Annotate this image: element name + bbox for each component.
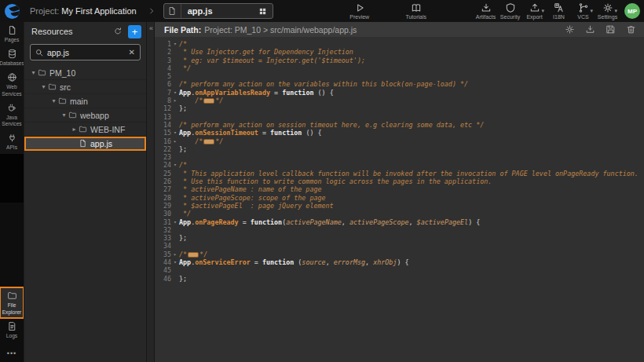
editor-settings-button[interactable] <box>565 24 575 35</box>
sidebar-item-apis[interactable]: APIs <box>0 130 24 153</box>
code-line-22[interactable]: 22}; <box>155 145 644 153</box>
panel-divider[interactable]: « <box>146 22 155 362</box>
add-resource-button[interactable]: + <box>128 25 141 38</box>
line-number: 5 <box>155 72 171 80</box>
code-line-46[interactable]: 46}; <box>155 275 644 283</box>
collapsed-code-widget[interactable] <box>188 252 199 258</box>
search-input[interactable] <box>47 48 128 57</box>
fold-gutter <box>171 202 179 210</box>
tree-expand-icon[interactable]: ▾ <box>39 83 48 90</box>
i18n-button[interactable]: I18N <box>547 2 571 20</box>
code-line-29[interactable]: 29 * $activePageEl : page jQuery element <box>155 202 644 210</box>
code-editor[interactable]: 1▾/*2 * Use Injector.get for Dependency … <box>155 37 644 362</box>
sidebar-item-java-services[interactable]: Java Services <box>0 100 24 130</box>
code-line-24[interactable]: 24▾/* <box>155 161 644 169</box>
refresh-icon[interactable] <box>113 27 123 36</box>
project-name: My First Application <box>61 6 136 16</box>
code-line-34[interactable]: 34 <box>155 242 644 250</box>
code-line-6[interactable]: 6/* perform any action on the variables … <box>155 80 644 88</box>
chevron-down-icon: ▾ <box>614 8 617 14</box>
code-line-12[interactable]: 12}; <box>155 104 644 112</box>
security-label: Security <box>500 14 520 20</box>
chevron-right-icon <box>148 7 156 15</box>
code-line-7[interactable]: 7▾App.onAppVariablesReady = function () … <box>155 89 644 97</box>
fold-toggle-icon[interactable]: ▸ <box>171 137 179 145</box>
export-button[interactable]: ▾Export <box>522 2 547 20</box>
code-line-23[interactable]: 23 <box>155 153 644 161</box>
code-line-44[interactable]: 44▾App.onServiceError = function (source… <box>155 258 644 266</box>
tree-expand-icon[interactable]: ▾ <box>60 112 68 119</box>
tree-item-pm-10[interactable]: ▾PM_10 <box>24 66 146 80</box>
sidebar-item-label: File Explorer <box>0 302 24 315</box>
app-logo[interactable] <box>0 0 24 22</box>
code-line-28[interactable]: 28 * activePageScope: scope of the page <box>155 194 644 202</box>
tree-item-app-js[interactable]: app.js <box>24 137 146 151</box>
fold-toggle-icon[interactable]: ▾ <box>171 89 179 97</box>
code-line-35[interactable]: 35▸/**/ <box>155 250 644 258</box>
fold-toggle-icon[interactable]: ▾ <box>171 129 179 137</box>
sidebar-item-label: Databases <box>0 60 24 67</box>
sidebar-item-logs[interactable]: Logs <box>0 318 24 342</box>
code-line-15[interactable]: 15▾App.onSessionTimeout = function () { <box>155 129 644 137</box>
code-line-16[interactable]: 16▸ /**/ <box>155 137 644 145</box>
line-number: 26 <box>155 177 171 185</box>
tree-item-web-inf[interactable]: ▸WEB-INF <box>24 122 146 137</box>
fold-gutter <box>171 226 179 234</box>
code-line-2[interactable]: 2 * Use Injector.get for Dependency Inje… <box>155 48 644 56</box>
grid-icon[interactable] <box>254 7 273 16</box>
fold-toggle-icon[interactable]: ▾ <box>171 40 179 48</box>
code-line-45[interactable]: 45 <box>155 266 644 274</box>
code-text: /* <box>179 40 187 48</box>
fold-toggle-icon[interactable]: ▾ <box>171 258 179 266</box>
code-line-4[interactable]: 4 */ <box>155 64 644 72</box>
fold-gutter <box>171 113 179 121</box>
code-line-8[interactable]: 8▸ /**/ <box>155 97 644 104</box>
tree-expand-icon[interactable]: ▸ <box>70 126 79 133</box>
open-file-tab[interactable]: app.js <box>163 3 273 19</box>
fold-toggle-icon[interactable]: ▾ <box>171 161 179 169</box>
tree-item-main[interactable]: ▾main <box>24 94 146 108</box>
vcs-button[interactable]: ▾VCS <box>571 2 595 20</box>
code-line-1[interactable]: 1▾/* <box>155 40 644 48</box>
resources-search: ✕ <box>24 41 146 65</box>
code-line-26[interactable]: 26 * Use this function to write common l… <box>155 177 644 185</box>
collapsed-code-widget[interactable] <box>203 98 214 104</box>
shield-icon <box>505 2 516 13</box>
line-number: 15 <box>155 129 171 137</box>
sidebar-item-pages[interactable]: Pages <box>0 22 24 46</box>
code-line-3[interactable]: 3 * eg: var $timeout = Injector.get('$ti… <box>155 57 644 64</box>
tutorials-button[interactable]: Tutorials <box>399 2 434 20</box>
security-button[interactable]: Security <box>498 2 522 20</box>
user-avatar[interactable]: MP <box>624 3 640 19</box>
artifacts-button[interactable]: Artifacts <box>474 2 498 20</box>
collapse-panel-icon[interactable]: « <box>147 24 156 32</box>
fold-toggle-icon[interactable]: ▸ <box>171 250 179 258</box>
tree-item-src[interactable]: ▾src <box>24 80 146 94</box>
fold-toggle-icon[interactable]: ▸ <box>171 97 179 104</box>
download-file-button[interactable] <box>585 24 595 35</box>
code-line-14[interactable]: 14/* perform any action on session timeo… <box>155 121 644 129</box>
tree-expand-icon[interactable]: ▾ <box>49 97 58 104</box>
code-line-32[interactable]: 32 <box>155 226 644 234</box>
save-file-button[interactable] <box>606 24 616 35</box>
fold-toggle-icon[interactable]: ▾ <box>171 218 179 226</box>
clear-search-icon[interactable]: ✕ <box>128 48 136 57</box>
tree-item-webapp[interactable]: ▾webapp <box>24 108 146 122</box>
code-line-25[interactable]: 25 * This application level callback fun… <box>155 170 644 177</box>
code-line-33[interactable]: 33}; <box>155 234 644 242</box>
sidebar-item-databases[interactable]: Databases <box>0 46 24 69</box>
preview-button[interactable]: Preview <box>342 2 377 20</box>
collapsed-code-widget[interactable] <box>203 139 214 144</box>
code-line-27[interactable]: 27 * activePageName : name of the page <box>155 185 644 193</box>
delete-file-button[interactable] <box>626 24 636 35</box>
tree-expand-icon[interactable]: ▾ <box>29 69 38 76</box>
code-line-5[interactable]: 5 <box>155 72 644 80</box>
sidebar-item-file-explorer[interactable]: File Explorer <box>0 287 24 317</box>
sidebar-more-button[interactable]: ••• <box>0 343 24 362</box>
code-line-30[interactable]: 30 */ <box>155 210 644 218</box>
wavemaker-logo-icon <box>5 4 20 19</box>
sidebar-item-web-services[interactable]: Web Services <box>0 69 24 99</box>
code-line-13[interactable]: 13 <box>155 113 644 121</box>
code-line-31[interactable]: 31▾App.onPageReady = function(activePage… <box>155 218 644 226</box>
settings-button[interactable]: ▾Settings <box>595 2 620 20</box>
